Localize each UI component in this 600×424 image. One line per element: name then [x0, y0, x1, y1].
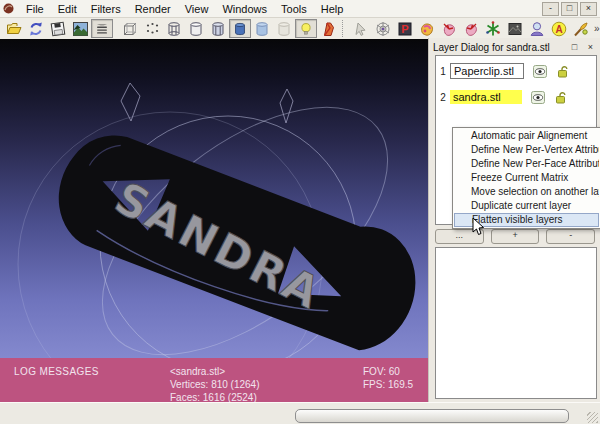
flat-lines-icon[interactable] — [207, 19, 229, 38]
points-icon[interactable] — [141, 19, 163, 38]
sculpt-b-icon[interactable] — [460, 19, 482, 38]
visibility-eye-icon[interactable] — [533, 65, 547, 78]
colorize-icon[interactable] — [416, 19, 438, 38]
svg-text:A: A — [555, 23, 562, 34]
wireframe-icon[interactable] — [163, 19, 185, 38]
menu-bar: File Edit Filters Render View Windows To… — [0, 0, 600, 18]
layer-dialog-titlebar[interactable]: Layer Dialog for sandra.stl □ × — [433, 40, 599, 54]
progress-bar — [295, 409, 569, 423]
layer-index: 2 — [438, 92, 448, 103]
menu-windows[interactable]: Windows — [215, 2, 274, 16]
layer-info-panel — [435, 247, 597, 399]
menu-edit[interactable]: Edit — [51, 2, 84, 16]
layer-context-menu: Automatic pair Alignement Define New Per… — [452, 127, 600, 229]
light-toggle-icon[interactable] — [295, 19, 317, 38]
mouse-cursor — [472, 217, 485, 236]
layer-index: 1 — [438, 66, 448, 77]
fps-value: FPS: 169.5 — [363, 378, 413, 391]
3d-viewport[interactable]: SANDRA — [0, 39, 430, 358]
mesh-name: <sandra.stl> — [170, 365, 260, 378]
smooth-shading-icon[interactable] — [251, 19, 273, 38]
toolbar: P A » » — [0, 18, 600, 39]
fov-value: FOV: 60 — [363, 365, 413, 378]
annotation-a-icon[interactable]: A — [548, 19, 570, 38]
status-bar — [0, 402, 600, 424]
layer-buttons: ... + - — [435, 229, 595, 244]
menu-view[interactable]: View — [178, 2, 216, 16]
info-bar: LOG MESSAGES <sandra.stl> Vertices: 810 … — [0, 358, 428, 402]
log-messages-label: LOG MESSAGES — [14, 366, 99, 377]
minimize-button[interactable]: - — [542, 2, 559, 16]
layer-add-button[interactable]: + — [491, 229, 540, 244]
menu-help[interactable]: Help — [314, 2, 351, 16]
menu-item-duplicate-layer[interactable]: Duplicate current layer — [454, 199, 599, 213]
avatar-head-icon[interactable] — [526, 19, 548, 38]
restore-button[interactable]: □ — [561, 2, 578, 16]
menu-item-move-selection[interactable]: Move selection on another layer — [454, 185, 599, 199]
paint-brush-icon[interactable] — [570, 19, 592, 38]
layer-remove-button[interactable]: - — [546, 229, 595, 244]
svg-text:P: P — [401, 23, 408, 35]
menu-render[interactable]: Render — [128, 2, 178, 16]
bounding-box-icon[interactable] — [119, 19, 141, 38]
close-button[interactable]: × — [580, 2, 597, 16]
save-icon[interactable] — [47, 19, 69, 38]
meshlab-window: File Edit Filters Render View Windows To… — [0, 0, 600, 424]
visibility-eye-icon[interactable] — [531, 91, 545, 104]
resize-grip-icon[interactable] — [587, 412, 598, 423]
open-file-icon[interactable] — [3, 19, 25, 38]
menu-item-perface-attr[interactable]: Define New Per-Face Attribute — [454, 157, 599, 171]
reload-icon[interactable] — [25, 19, 47, 38]
dark-image-icon[interactable] — [504, 19, 526, 38]
pick-points-icon[interactable]: P — [394, 19, 416, 38]
texture-icon[interactable] — [273, 19, 295, 38]
lock-icon[interactable] — [554, 91, 568, 104]
show-layer-dialog-icon[interactable] — [91, 19, 113, 38]
menu-item-freeze-matrix[interactable]: Freeze Current Matrix — [454, 171, 599, 185]
layer-name-paperclip[interactable]: Paperclip.stl — [450, 63, 524, 79]
layer-dialog-title: Layer Dialog for sandra.stl — [433, 42, 550, 53]
paperclip-mesh: SANDRA — [42, 116, 430, 358]
menu-item-auto-align[interactable]: Automatic pair Alignement — [454, 129, 599, 143]
mesh-canvas: SANDRA — [0, 39, 430, 358]
align-icon[interactable] — [482, 19, 504, 38]
snapshot-icon[interactable] — [69, 19, 91, 38]
layer-row-sandra[interactable]: 2 sandra.stl — [438, 88, 568, 106]
vertices-count: Vertices: 810 (1264) — [170, 378, 260, 391]
layer-row-paperclip[interactable]: 1 Paperclip.stl — [438, 62, 570, 80]
menu-file[interactable]: File — [19, 2, 51, 16]
dock-close-icon[interactable]: × — [584, 41, 597, 54]
app-icon — [2, 2, 15, 15]
trackball-web-icon[interactable] — [372, 19, 394, 38]
menu-filters[interactable]: Filters — [84, 2, 128, 16]
toolbar-overflow-icon[interactable]: » — [592, 23, 600, 34]
menu-item-pervertex-attr[interactable]: Define New Per-Vertex Attribute — [454, 143, 599, 157]
backface-icon[interactable] — [317, 19, 339, 38]
layer-name-sandra[interactable]: sandra.stl — [450, 90, 522, 104]
dock-float-icon[interactable]: □ — [568, 41, 581, 54]
menu-tools[interactable]: Tools — [274, 2, 314, 16]
window-controls: - □ × — [542, 2, 600, 16]
flat-shading-icon[interactable] — [229, 19, 251, 38]
select-arrow-icon[interactable] — [350, 19, 372, 38]
sculpt-a-icon[interactable] — [438, 19, 460, 38]
hidden-lines-icon[interactable] — [185, 19, 207, 38]
lock-icon[interactable] — [556, 65, 570, 78]
